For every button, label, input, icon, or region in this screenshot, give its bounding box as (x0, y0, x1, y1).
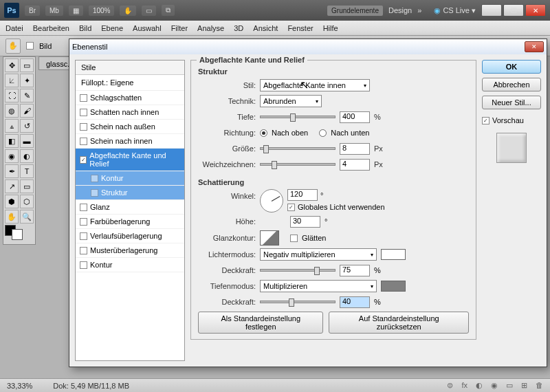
style-checkbox[interactable] (80, 138, 87, 145)
eraser-tool[interactable]: ◧ (5, 134, 19, 148)
size-field[interactable]: 8 (340, 143, 370, 155)
window-max-button[interactable]: ☐ (503, 4, 524, 17)
new-style-button[interactable]: Neuer Stil... (482, 96, 541, 109)
style-sub-checkbox[interactable] (91, 189, 98, 197)
highlight-mode-select[interactable]: Negativ multiplizieren (260, 248, 377, 261)
dialog-close-button[interactable]: ✕ (525, 41, 544, 52)
menu-fenster[interactable]: Fenster (287, 24, 313, 32)
shadow-mode-select[interactable]: Multiplizieren (260, 280, 377, 292)
styles-header[interactable]: Stile (76, 61, 184, 75)
cslive-link[interactable]: ◉ CS Live ▾ (434, 6, 476, 15)
chip-hand[interactable]: ✋ (120, 6, 136, 16)
style-checkbox[interactable] (80, 109, 87, 116)
chip-screen[interactable]: ⧉ (162, 5, 175, 16)
reset-default-button[interactable]: Auf Standardeinstellung zurücksetzen (329, 312, 469, 334)
menu-ansicht[interactable]: Ansicht (253, 24, 278, 32)
style-checkbox[interactable] (80, 232, 87, 240)
style-checkbox[interactable] (80, 94, 87, 102)
shadow-opacity-slider[interactable] (260, 301, 336, 303)
sb-icon-new[interactable]: ⊞ (521, 381, 527, 390)
style-item-8[interactable]: Farbüberlagerung (76, 215, 184, 229)
sb-icon-folder[interactable]: ▭ (506, 381, 513, 390)
chip-view[interactable]: ▭ (142, 6, 156, 16)
ok-button[interactable]: OK (482, 60, 541, 74)
soften-field[interactable]: 4 (340, 159, 370, 171)
style-item-4[interactable]: Abgeflachte Kante und Relief (76, 149, 184, 171)
style-select[interactable]: Abgeflachte Kante innen (260, 79, 370, 91)
cancel-button[interactable]: Abbrechen (482, 78, 541, 91)
workspace-alt[interactable]: Design (388, 6, 412, 14)
style-item-1[interactable]: Schatten nach innen (76, 105, 184, 120)
brush-tool[interactable]: 🖌 (20, 104, 34, 118)
make-default-button[interactable]: Als Standardeinstellung festlegen (198, 312, 323, 334)
soften-slider[interactable] (260, 163, 336, 166)
heal-tool[interactable]: ◍ (5, 104, 19, 118)
depth-slider[interactable] (260, 116, 336, 118)
depth-field[interactable]: 400 (340, 111, 370, 123)
direction-up-radio[interactable] (260, 129, 267, 137)
menu-ebene[interactable]: Ebene (101, 24, 123, 32)
style-item-11[interactable]: Kontur (76, 258, 184, 272)
3d-cam-tool[interactable]: ⬡ (20, 195, 34, 208)
style-checkbox[interactable] (80, 156, 87, 164)
menu-analyse[interactable]: Analyse (197, 24, 224, 32)
style-checkbox[interactable] (80, 123, 87, 131)
shadow-opacity-field[interactable]: 40 (340, 296, 370, 308)
chip-mb[interactable]: Mb (45, 6, 63, 16)
highlight-opacity-slider[interactable] (260, 269, 336, 272)
menu-bild[interactable]: Bild (79, 24, 91, 32)
move-tool[interactable]: ✥ (5, 58, 19, 72)
style-checkbox[interactable] (80, 204, 87, 211)
workspace-selected[interactable]: Grundelemente (327, 6, 383, 16)
path-tool[interactable]: ↗ (5, 179, 19, 193)
crop-tool[interactable]: ⛶ (5, 89, 19, 102)
style-item-2[interactable]: Schein nach außen (76, 120, 184, 134)
antialias-checkbox[interactable] (290, 235, 298, 242)
angle-dial[interactable] (260, 189, 283, 213)
technique-select[interactable]: Abrunden (260, 95, 322, 107)
style-checkbox[interactable] (80, 218, 87, 226)
history-brush-tool[interactable]: ↺ (20, 119, 34, 133)
window-min-button[interactable]: ─ (481, 4, 502, 17)
marquee-tool[interactable]: ▭ (20, 58, 34, 72)
blur-tool[interactable]: ◉ (5, 149, 19, 163)
color-swatches[interactable] (5, 225, 34, 243)
wand-tool[interactable]: ✦ (20, 74, 34, 87)
status-zoom[interactable]: 33,33% (7, 382, 32, 390)
zoom-chip[interactable]: 100% (89, 6, 115, 16)
angle-field[interactable]: 120 (287, 189, 318, 201)
chip-grid[interactable]: ▦ (69, 6, 83, 16)
shadow-color[interactable] (381, 281, 406, 292)
pen-tool[interactable]: ✒ (5, 164, 19, 178)
shape-tool[interactable]: ▭ (20, 179, 34, 193)
window-close-button[interactable]: ✕ (525, 4, 546, 17)
sb-icon-trash[interactable]: 🗑 (536, 381, 543, 390)
sb-icon-mask[interactable]: ◐ (476, 381, 483, 390)
menu-bearbeiten[interactable]: Bearbeiten (33, 24, 69, 32)
scroll-all-checkbox[interactable] (26, 42, 34, 50)
menu-filter[interactable]: Filter (171, 24, 188, 32)
status-doc[interactable]: Dok: 5,49 MB/11,8 MB (53, 382, 129, 390)
type-tool[interactable]: T (20, 164, 34, 178)
eyedropper-tool[interactable]: ✎ (20, 89, 34, 102)
lasso-tool[interactable]: ⟀ (5, 74, 19, 87)
dodge-tool[interactable]: ◐ (20, 149, 34, 163)
size-slider[interactable] (260, 147, 336, 150)
stamp-tool[interactable]: ⟁ (5, 119, 19, 133)
style-item-3[interactable]: Schein nach innen (76, 134, 184, 149)
highlight-opacity-field[interactable]: 75 (340, 265, 370, 276)
menu-hilfe[interactable]: Hilfe (323, 24, 338, 32)
direction-down-radio[interactable] (319, 129, 327, 137)
blending-options[interactable]: Füllopt.: Eigene (76, 75, 184, 91)
highlight-color[interactable] (381, 249, 406, 260)
chip-br[interactable]: Br (25, 6, 40, 16)
style-checkbox[interactable] (80, 247, 87, 254)
style-item-9[interactable]: Verlaufsüberlagerung (76, 229, 184, 243)
hand-tool-icon[interactable]: ✋ (6, 39, 21, 54)
style-item-6[interactable]: Struktur (76, 186, 184, 200)
style-checkbox[interactable] (80, 261, 87, 269)
gloss-contour[interactable] (260, 230, 279, 246)
style-sub-checkbox[interactable] (91, 175, 98, 182)
preview-checkbox[interactable] (482, 117, 490, 124)
menu-auswahl[interactable]: Auswahl (133, 24, 162, 32)
